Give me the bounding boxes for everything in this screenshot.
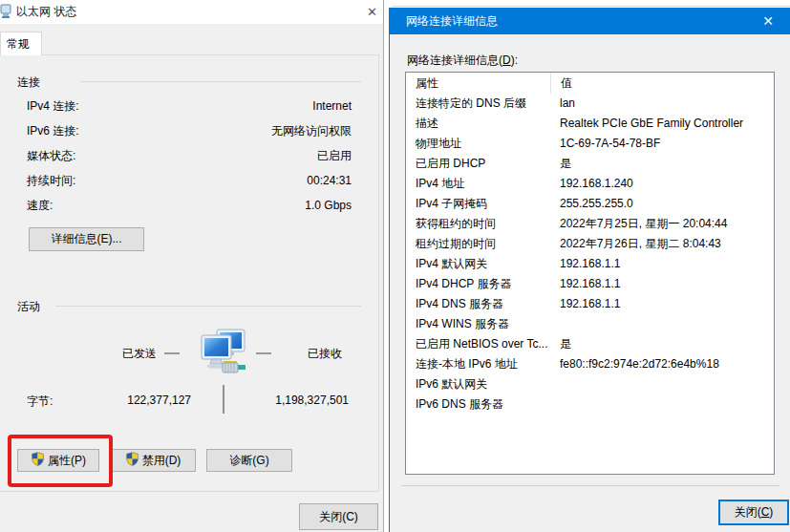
bytes-sent-value: 122,377,127	[105, 394, 191, 407]
value-cell: lan	[550, 94, 774, 114]
table-row[interactable]: 连接-本地 IPv6 地址 fe80::f9c2:974e:2d72:6e4b%…	[406, 354, 774, 374]
status-row: IPv6 连接: 无网络访问权限	[27, 124, 352, 149]
value-cell: 192.168.1.1	[550, 254, 774, 274]
property-cell: 连接特定的 DNS 后缀	[406, 94, 550, 114]
value-cell: 2022年7月26日, 星期二 8:04:43	[550, 234, 774, 254]
uac-shield-icon	[125, 452, 139, 469]
close-icon[interactable]: ✕	[748, 8, 788, 34]
value-cell: Realtek PCIe GbE Family Controller	[550, 114, 774, 134]
property-cell: 已启用 DHCP	[406, 154, 550, 174]
close-button[interactable]: 关闭(C)	[299, 503, 378, 530]
close-button[interactable]: 关闭(C)	[718, 500, 789, 525]
group-label-connection: 连接	[15, 74, 42, 91]
status-label: 速度:	[27, 199, 53, 223]
value-cell: 192.168.1.1	[550, 294, 774, 314]
ethernet-adapter-icon	[0, 4, 12, 23]
property-cell: 获得租约的时间	[406, 214, 550, 234]
bytes-label: 字节:	[27, 394, 53, 410]
property-cell: 租约过期的时间	[406, 234, 550, 254]
property-cell: 物理地址	[406, 134, 550, 154]
value-cell: 192.168.1.240	[550, 174, 774, 194]
table-row[interactable]: IPv4 WINS 服务器	[406, 314, 774, 334]
property-cell: IPv4 子网掩码	[406, 194, 550, 214]
property-cell: IPv6 默认网关	[406, 374, 550, 394]
value-cell: fe80::f9c2:974e:2d72:6e4b%18	[550, 354, 774, 374]
details-button-label: 详细信息(E)...	[52, 231, 122, 247]
column-header-property[interactable]: 属性	[406, 73, 550, 94]
property-cell: 已启用 NetBIOS over Tc...	[406, 334, 550, 354]
bytes-received-value: 1,198,327,501	[244, 394, 349, 407]
disable-button[interactable]: 禁用(D)	[110, 449, 196, 472]
group-label-activity: 活动	[15, 299, 42, 315]
window-title: 网络连接详细信息	[390, 13, 498, 30]
tab-general[interactable]: 常规	[0, 32, 42, 55]
status-row: 媒体状态: 已启用	[27, 149, 352, 174]
separator-line	[401, 485, 779, 486]
property-cell: IPv4 地址	[406, 174, 550, 194]
status-row: 持续时间: 00:24:31	[27, 174, 352, 199]
status-value: 00:24:31	[307, 174, 352, 199]
status-label: IPv4 连接:	[27, 99, 79, 124]
status-value: 已启用	[317, 149, 352, 174]
details-list-label: 网络连接详细信息(D):	[407, 53, 518, 69]
group-line	[55, 306, 361, 307]
titlebar: 网络连接详细信息 ✕	[390, 8, 790, 34]
titlebar: 以太网 状态 ✕	[0, 0, 383, 25]
close-button-label: 关闭(C)	[319, 509, 358, 525]
table-row[interactable]: 获得租约的时间 2022年7月25日, 星期一 20:04:44	[406, 214, 774, 234]
details-button[interactable]: 详细信息(E)...	[29, 227, 144, 251]
property-cell: IPv4 WINS 服务器	[406, 314, 550, 334]
column-header-value[interactable]: 值	[550, 73, 774, 94]
table-row[interactable]: IPv4 默认网关 192.168.1.1	[406, 254, 774, 274]
value-cell	[550, 394, 774, 415]
background-window-edge	[392, 6, 790, 7]
status-row: 速度: 1.0 Gbps	[27, 199, 352, 223]
screen: 以太网 状态 ✕ 常规 连接 IPv4 连接: Internet IPv6 连接…	[0, 0, 790, 532]
property-cell: 描述	[406, 114, 550, 134]
table-row[interactable]: IPv4 DNS 服务器 192.168.1.1	[406, 294, 774, 314]
table-row[interactable]: 连接特定的 DNS 后缀 lan	[406, 94, 774, 114]
details-listview[interactable]: 属性 值 连接特定的 DNS 后缀 lan 描述 Realtek PCIe Gb…	[405, 72, 775, 475]
dash-line	[164, 352, 180, 354]
table-row[interactable]: IPv4 DHCP 服务器 192.168.1.1	[406, 274, 774, 294]
table-row[interactable]: IPv6 DNS 服务器	[406, 394, 774, 415]
status-value: 1.0 Gbps	[305, 199, 352, 223]
uac-shield-icon	[31, 452, 45, 469]
value-cell: 255.255.255.0	[550, 194, 774, 214]
divider-line	[223, 385, 224, 414]
close-button-label: 关闭(C)	[735, 504, 774, 521]
tab-label: 常规	[7, 36, 30, 53]
diagnose-button[interactable]: 诊断(G)	[206, 449, 292, 472]
value-cell: 1C-69-7A-54-78-BF	[550, 134, 774, 154]
table-row[interactable]: IPv6 默认网关	[406, 374, 774, 394]
table-row[interactable]: IPv4 子网掩码 255.255.255.0	[406, 194, 774, 214]
diagnose-button-label: 诊断(G)	[229, 453, 268, 469]
table-row[interactable]: 物理地址 1C-69-7A-54-78-BF	[406, 134, 774, 154]
status-value: Internet	[312, 99, 352, 124]
value-cell: 是	[550, 334, 774, 354]
table-row[interactable]: 租约过期的时间 2022年7月26日, 星期二 8:04:43	[406, 234, 774, 254]
table-row[interactable]: 已启用 NetBIOS over Tc... 是	[406, 334, 774, 354]
table-row[interactable]: 描述 Realtek PCIe GbE Family Controller	[406, 114, 774, 134]
close-icon[interactable]: ✕	[361, 0, 383, 23]
table-row[interactable]: IPv4 地址 192.168.1.240	[406, 174, 774, 194]
status-label: 持续时间:	[27, 174, 75, 199]
properties-button-label: 属性(P)	[48, 453, 86, 469]
properties-button[interactable]: 属性(P)	[17, 449, 99, 472]
sent-label: 已发送	[122, 346, 157, 362]
property-cell: IPv4 DHCP 服务器	[406, 274, 550, 294]
disable-button-label: 禁用(D)	[142, 453, 181, 469]
listview-body: 连接特定的 DNS 后缀 lan 描述 Realtek PCIe GbE Fam…	[406, 94, 774, 415]
value-cell: 是	[550, 154, 774, 174]
window-title: 以太网 状态	[16, 4, 76, 20]
status-value: 无网络访问权限	[271, 124, 352, 149]
status-label: 媒体状态:	[27, 149, 75, 174]
table-row[interactable]: 已启用 DHCP 是	[406, 154, 774, 174]
dash-line	[256, 352, 271, 354]
network-details-dialog: 网络连接详细信息 ✕ 网络连接详细信息(D): 属性 值 连接特定的 DNS 后…	[389, 8, 790, 532]
listview-header: 属性 值	[406, 73, 774, 94]
status-row: IPv4 连接: Internet	[27, 99, 352, 124]
property-cell: IPv6 DNS 服务器	[406, 394, 550, 415]
value-cell	[550, 374, 774, 394]
dual-monitor-network-icon	[198, 329, 247, 379]
